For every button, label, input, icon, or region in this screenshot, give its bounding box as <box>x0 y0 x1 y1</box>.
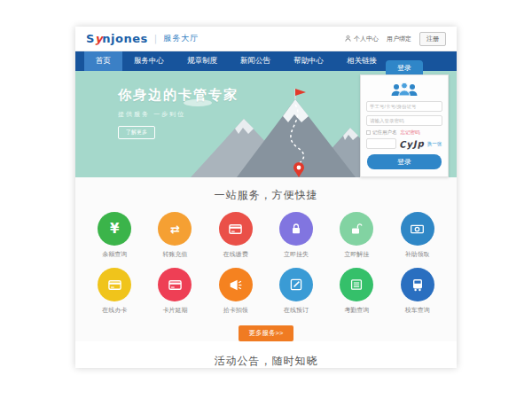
service-lost-found[interactable]: 拾卡招领 <box>206 268 266 315</box>
bank-card-icon <box>107 278 122 293</box>
personal-center-link[interactable]: 个人中心 <box>344 35 379 43</box>
login-card: 记住用户名 忘记密码 CyJp 换一张 登录 <box>360 74 449 177</box>
service-subsidy[interactable]: 补助领取 <box>387 212 447 259</box>
header-divider: | <box>154 34 157 43</box>
more-services-button[interactable]: 更多服务>> <box>239 325 294 341</box>
account-input[interactable] <box>366 101 442 112</box>
service-pay-online[interactable]: 在线缴费 <box>206 212 266 259</box>
bus-icon <box>411 278 425 292</box>
captcha-refresh-link[interactable]: 换一张 <box>427 141 442 147</box>
service-report-loss[interactable]: 立即挂失 <box>266 212 326 259</box>
logo-text: S <box>86 32 95 45</box>
megaphone-icon <box>228 278 243 293</box>
person-icon <box>344 35 352 43</box>
hero-title: 你身边的卡管专家 <box>118 87 239 104</box>
header-right: 个人中心 用户绑定 注册 <box>344 32 446 46</box>
nav-item-home[interactable]: 首页 <box>84 51 122 71</box>
yuan-icon: ¥ <box>110 223 119 236</box>
service-school-bus[interactable]: 校车查询 <box>387 268 447 315</box>
password-input[interactable] <box>366 115 442 126</box>
users-group-icon <box>389 82 419 97</box>
edit-icon <box>289 278 303 292</box>
service-attendance[interactable]: 考勤查询 <box>326 268 387 315</box>
nav-item-help[interactable]: 帮助中心 <box>282 51 335 71</box>
lock-icon <box>289 222 303 236</box>
top-header: Synjones | 服务大厅 个人中心 用户绑定 注册 <box>75 27 457 51</box>
services-title: 一站服务，方便快捷 <box>75 188 457 203</box>
nav-item-service-center[interactable]: 服务中心 <box>122 51 176 71</box>
remember-label: 记住用户名 <box>372 129 397 136</box>
bank-card-icon <box>228 222 243 237</box>
banknote-icon <box>410 222 425 237</box>
captcha-image[interactable]: CyJp <box>399 138 425 149</box>
logo[interactable]: Synjones <box>86 32 148 45</box>
site-page: Synjones | 服务大厅 个人中心 用户绑定 注册 首页 服务中心 规章制… <box>75 27 457 368</box>
hero-more-button[interactable]: 了解更多 <box>118 126 155 139</box>
site-name: 服务大厅 <box>163 33 199 44</box>
logo-arrow: y <box>95 32 102 45</box>
list-icon <box>349 278 364 292</box>
services-section: 一站服务，方便快捷 ¥ 余额查询 ⇄ 转账充值 在线缴费 立即挂失 <box>75 177 457 341</box>
user-bind-link[interactable]: 用户绑定 <box>387 35 411 43</box>
service-apply-card[interactable]: 在线办卡 <box>84 268 145 315</box>
register-button[interactable]: 注册 <box>419 32 446 46</box>
service-card-extension[interactable]: 卡片延期 <box>145 268 205 315</box>
captcha-row: CyJp 换一张 <box>366 138 442 149</box>
unlock-icon <box>349 222 364 236</box>
login-panel: 登录 记住用户名 忘记密码 CyJp 换一张 登录 <box>360 60 449 177</box>
login-tab[interactable]: 登录 <box>386 60 423 74</box>
nav-item-rules[interactable]: 规章制度 <box>176 51 229 71</box>
announcements-title: 活动公告，随时知晓 <box>75 354 457 368</box>
hero-subtitle: 提供服务 一步到位 <box>118 110 239 119</box>
forgot-password-link[interactable]: 忘记密码 <box>401 129 420 136</box>
transfer-arrows-icon: ⇄ <box>170 223 180 235</box>
services-grid: ¥ 余额查询 ⇄ 转账充值 在线缴费 立即挂失 <box>75 203 457 324</box>
service-transfer[interactable]: ⇄ 转账充值 <box>145 212 205 259</box>
bank-card-icon <box>168 278 183 293</box>
hero-text: 你身边的卡管专家 提供服务 一步到位 了解更多 <box>118 87 239 139</box>
login-submit-button[interactable]: 登录 <box>367 154 442 169</box>
service-unfreeze[interactable]: 立即解挂 <box>326 212 387 259</box>
captcha-input[interactable] <box>366 138 396 149</box>
remember-checkbox[interactable] <box>366 130 371 135</box>
remember-row: 记住用户名 忘记密码 <box>366 129 442 136</box>
service-online-booking[interactable]: 在线预订 <box>266 268 326 315</box>
nav-item-news[interactable]: 新闻公告 <box>229 51 282 71</box>
service-balance[interactable]: ¥ 余额查询 <box>84 212 145 259</box>
